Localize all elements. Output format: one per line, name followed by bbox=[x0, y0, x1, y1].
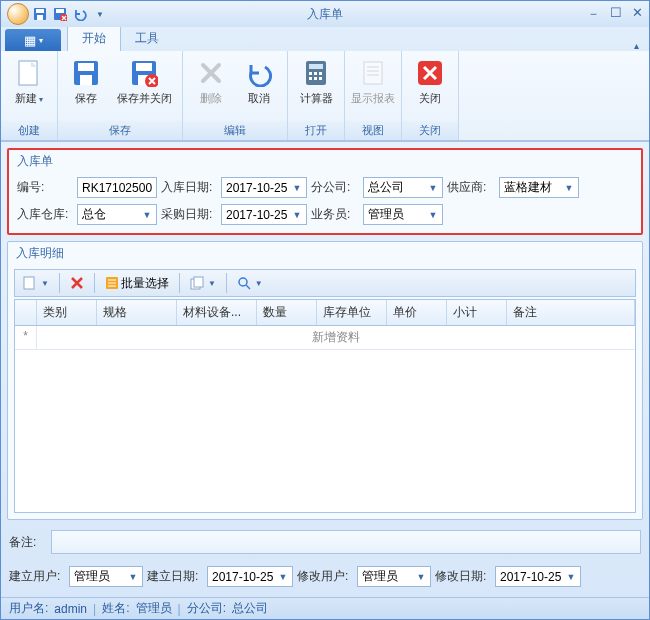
chevron-down-icon[interactable]: ▼ bbox=[140, 210, 154, 220]
wh-label: 入库仓库: bbox=[17, 206, 73, 223]
ribbon-collapse-icon[interactable]: ▴ bbox=[634, 40, 639, 51]
new-button[interactable]: 新建 ▾ bbox=[5, 53, 53, 121]
code-label: 编号: bbox=[17, 179, 73, 196]
col-price[interactable]: 单价 bbox=[387, 300, 447, 325]
tool-copy-button[interactable]: ▼ bbox=[186, 272, 220, 294]
save-label: 保存 bbox=[75, 91, 97, 106]
tool-batch-button[interactable]: 批量选择 bbox=[101, 272, 173, 294]
close-button[interactable]: 关闭 bbox=[406, 53, 454, 121]
status-name-label: 姓名: bbox=[102, 600, 129, 617]
clerk-label: 业务员: bbox=[311, 206, 359, 223]
statusbar: 用户名: admin | 姓名: 管理员 | 分公司: 总公司 bbox=[1, 597, 649, 619]
supplier-combo[interactable]: 蓝格建材▼ bbox=[499, 177, 579, 198]
separator bbox=[179, 273, 180, 293]
footer-row: 建立用户: 管理员▼ 建立日期: 2017-10-25▼ 修改用户: 管理员▼ … bbox=[7, 564, 643, 591]
purdate-label: 采购日期: bbox=[161, 206, 217, 223]
qat-save-close-icon[interactable] bbox=[51, 5, 69, 23]
maximize-button[interactable]: ☐ bbox=[610, 5, 622, 23]
wh-combo[interactable]: 总仓▼ bbox=[77, 204, 157, 225]
mod-date-value: 2017-10-25 bbox=[500, 570, 564, 584]
col-remark[interactable]: 备注 bbox=[507, 300, 635, 325]
delete-icon bbox=[195, 57, 227, 89]
chevron-down-icon: ▼ bbox=[41, 279, 49, 288]
col-spec[interactable]: 规格 bbox=[97, 300, 177, 325]
svg-rect-16 bbox=[309, 72, 312, 75]
col-category[interactable]: 类别 bbox=[37, 300, 97, 325]
undo-icon bbox=[243, 57, 275, 89]
save-close-label: 保存并关闭 bbox=[117, 91, 172, 106]
create-user-label: 建立用户: bbox=[9, 568, 65, 585]
minimize-button[interactable]: － bbox=[587, 5, 600, 23]
new-row-text: 新增资料 bbox=[37, 326, 635, 349]
separator: | bbox=[93, 602, 96, 616]
save-close-button[interactable]: 保存并关闭 bbox=[110, 53, 178, 121]
purdate-value: 2017-10-25 bbox=[226, 208, 290, 222]
clerk-combo[interactable]: 管理员▼ bbox=[363, 204, 443, 225]
qat-undo-icon[interactable] bbox=[71, 5, 89, 23]
close-window-button[interactable]: ✕ bbox=[632, 5, 643, 23]
qat-save-icon[interactable] bbox=[31, 5, 49, 23]
create-date-combo[interactable]: 2017-10-25▼ bbox=[207, 566, 293, 587]
form-title: 入库单 bbox=[9, 150, 641, 173]
svg-rect-33 bbox=[194, 277, 203, 287]
group-open: 计算器 打开 bbox=[288, 51, 345, 140]
col-unit[interactable]: 库存单位 bbox=[317, 300, 387, 325]
branch-combo[interactable]: 总公司▼ bbox=[363, 177, 443, 198]
col-qty[interactable]: 数量 bbox=[257, 300, 317, 325]
app-orb-button[interactable] bbox=[7, 3, 29, 25]
wh-value: 总仓 bbox=[82, 206, 140, 223]
separator bbox=[59, 273, 60, 293]
clerk-value: 管理员 bbox=[368, 206, 426, 223]
indate-combo[interactable]: 2017-10-25▼ bbox=[221, 177, 307, 198]
tool-new-button[interactable]: ▼ bbox=[19, 272, 53, 294]
status-user-label: 用户名: bbox=[9, 600, 48, 617]
svg-rect-21 bbox=[319, 77, 322, 80]
mod-date-label: 修改日期: bbox=[435, 568, 491, 585]
new-row[interactable]: * 新增资料 bbox=[15, 326, 635, 350]
create-user-combo[interactable]: 管理员▼ bbox=[69, 566, 143, 587]
create-date-value: 2017-10-25 bbox=[212, 570, 276, 584]
separator bbox=[226, 273, 227, 293]
code-input[interactable] bbox=[77, 177, 157, 198]
show-report-button[interactable]: 显示报表 bbox=[349, 53, 397, 121]
delete-button[interactable]: 删除 bbox=[187, 53, 235, 121]
chevron-down-icon[interactable]: ▼ bbox=[426, 210, 440, 220]
chevron-down-icon[interactable]: ▼ bbox=[276, 572, 290, 582]
col-material[interactable]: 材料设备... bbox=[177, 300, 257, 325]
qat-dropdown-icon[interactable]: ▼ bbox=[91, 5, 109, 23]
status-branch-value: 总公司 bbox=[232, 600, 268, 617]
svg-rect-1 bbox=[36, 9, 44, 13]
remark-input[interactable] bbox=[51, 530, 641, 554]
file-menu-button[interactable]: ▦▾ bbox=[5, 29, 61, 51]
chevron-down-icon[interactable]: ▼ bbox=[290, 210, 304, 220]
create-date-label: 建立日期: bbox=[147, 568, 203, 585]
col-subtotal[interactable]: 小计 bbox=[447, 300, 507, 325]
tool-search-button[interactable]: ▼ bbox=[233, 272, 267, 294]
close-label: 关闭 bbox=[419, 91, 441, 106]
grid-body[interactable]: * 新增资料 bbox=[15, 326, 635, 512]
mod-user-combo[interactable]: 管理员▼ bbox=[357, 566, 431, 587]
status-branch-label: 分公司: bbox=[187, 600, 226, 617]
svg-rect-8 bbox=[78, 63, 94, 71]
svg-rect-18 bbox=[319, 72, 322, 75]
chevron-down-icon[interactable]: ▼ bbox=[564, 572, 578, 582]
tab-tools[interactable]: 工具 bbox=[121, 26, 173, 51]
branch-label: 分公司: bbox=[311, 179, 359, 196]
detail-title: 入库明细 bbox=[8, 242, 642, 265]
purdate-combo[interactable]: 2017-10-25▼ bbox=[221, 204, 307, 225]
group-open-label: 打开 bbox=[288, 121, 344, 140]
tab-start[interactable]: 开始 bbox=[67, 25, 121, 51]
calculator-button[interactable]: 计算器 bbox=[292, 53, 340, 121]
group-edit-label: 编辑 bbox=[183, 121, 287, 140]
chevron-down-icon[interactable]: ▼ bbox=[562, 183, 576, 193]
mod-date-combo[interactable]: 2017-10-25▼ bbox=[495, 566, 581, 587]
chevron-down-icon[interactable]: ▼ bbox=[414, 572, 428, 582]
chevron-down-icon[interactable]: ▼ bbox=[126, 572, 140, 582]
chevron-down-icon[interactable]: ▼ bbox=[290, 183, 304, 193]
row-selector-header[interactable] bbox=[15, 300, 37, 325]
chevron-down-icon[interactable]: ▼ bbox=[426, 183, 440, 193]
cancel-button[interactable]: 取消 bbox=[235, 53, 283, 121]
save-button[interactable]: 保存 bbox=[62, 53, 110, 121]
tool-delete-button[interactable] bbox=[66, 272, 88, 294]
svg-rect-22 bbox=[364, 62, 382, 84]
